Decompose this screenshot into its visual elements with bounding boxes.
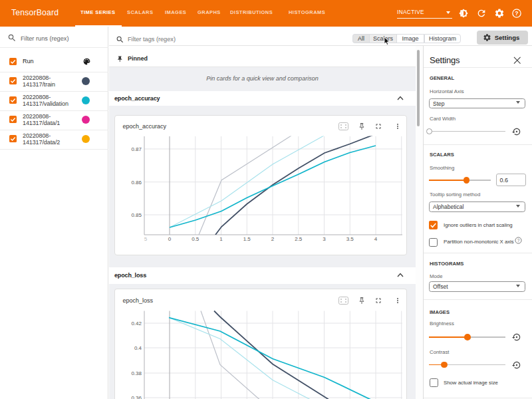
svg-text:?: ?: [515, 10, 518, 17]
svg-text:4: 4: [374, 236, 378, 242]
svg-text:0.87: 0.87: [131, 146, 142, 152]
svg-text:5: 5: [144, 236, 148, 242]
svg-text:1: 1: [219, 236, 223, 242]
svg-text:?: ?: [517, 238, 519, 243]
svg-text:0.42: 0.42: [131, 321, 142, 327]
svg-text:0.5: 0.5: [192, 236, 200, 242]
svg-text:2.5: 2.5: [295, 236, 303, 242]
svg-text:3: 3: [323, 236, 326, 242]
svg-text:2: 2: [271, 236, 275, 242]
svg-text:1.5: 1.5: [243, 236, 251, 242]
svg-text:0.38: 0.38: [131, 370, 142, 376]
svg-text:0: 0: [168, 236, 172, 242]
svg-text:0.4: 0.4: [134, 345, 142, 351]
svg-text:0.86: 0.86: [131, 180, 142, 186]
svg-text:0.36: 0.36: [131, 395, 142, 399]
svg-text:3.5: 3.5: [346, 236, 354, 242]
svg-text:0.85: 0.85: [131, 212, 142, 218]
